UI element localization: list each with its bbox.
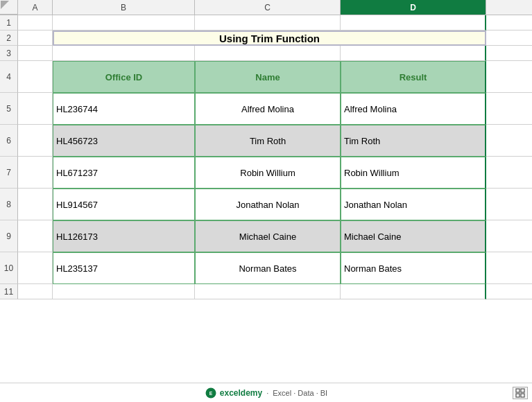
cell-a6[interactable] — [18, 125, 53, 157]
column-headers: A B C D — [0, 0, 532, 15]
row-10: 10 HL235137 Norman Bates Norman Bates — [0, 252, 532, 284]
cell-a4[interactable] — [18, 61, 53, 93]
col-header-b[interactable]: B — [53, 0, 195, 15]
row-num-6: 6 — [0, 125, 18, 157]
cell-e5[interactable] — [486, 93, 532, 125]
spreadsheet: A B C D 1 2 Using Trim Function 3 — [0, 0, 532, 402]
row-num-9: 9 — [0, 220, 18, 252]
cell-a8[interactable] — [18, 189, 53, 220]
cell-e3[interactable] — [486, 46, 532, 61]
row-9: 9 HL126173 Michael Caine Michael Caine — [0, 220, 532, 252]
col-header-e[interactable] — [486, 0, 532, 15]
cell-a5[interactable] — [18, 93, 53, 125]
row-num-2: 2 — [0, 30, 18, 46]
row-num-8: 8 — [0, 189, 18, 220]
row-2: 2 Using Trim Function — [0, 30, 532, 46]
cell-e4[interactable] — [486, 61, 532, 93]
rows-container: 1 2 Using Trim Function 3 4 — [0, 15, 532, 383]
cell-d9[interactable]: Michael Caine — [341, 220, 486, 252]
row-3: 3 — [0, 46, 532, 61]
cell-b5[interactable]: HL236744 — [53, 93, 195, 125]
zoom-control[interactable] — [513, 387, 528, 399]
footer-tagline: · — [266, 389, 268, 397]
row-num-4: 4 — [0, 61, 18, 93]
cell-e9[interactable] — [486, 220, 532, 252]
cell-a11[interactable] — [18, 284, 53, 299]
row-5: 5 HL236744 Alfred Molina Alfred Molina — [0, 93, 532, 125]
cell-d1[interactable] — [341, 15, 486, 30]
cell-a9[interactable] — [18, 220, 53, 252]
cell-d11[interactable] — [341, 284, 486, 299]
row-4: 4 Office ID Name Result — [0, 61, 532, 93]
cell-b11[interactable] — [53, 284, 195, 299]
col-header-a[interactable]: A — [18, 0, 53, 15]
cell-c8[interactable]: Jonathan Nolan — [195, 189, 341, 220]
cell-e2[interactable] — [486, 30, 532, 46]
svg-rect-3 — [516, 389, 520, 392]
row-7: 7 HL671237 Robin Willium Robin Willium — [0, 157, 532, 189]
footer-bar: E exceldemy · Excel · Data · BI — [0, 383, 532, 402]
cell-c5[interactable]: Alfred Molina — [195, 93, 341, 125]
cell-e7[interactable] — [486, 157, 532, 189]
cell-d3[interactable] — [341, 46, 486, 61]
col-header-d[interactable]: D — [341, 0, 486, 15]
cell-b1[interactable] — [53, 15, 195, 30]
cell-e6[interactable] — [486, 125, 532, 157]
cell-a3[interactable] — [18, 46, 53, 61]
cell-c9[interactable]: Michael Caine — [195, 220, 341, 252]
cell-b8[interactable]: HL914567 — [53, 189, 195, 220]
row-num-7: 7 — [0, 157, 18, 189]
cell-c1[interactable] — [195, 15, 341, 30]
cell-b10[interactable]: HL235137 — [53, 252, 195, 284]
header-name: Name — [195, 61, 341, 93]
row-8: 8 HL914567 Jonathan Nolan Jonathan Nolan — [0, 189, 532, 220]
cell-d8[interactable]: Jonathan Nolan — [341, 189, 486, 220]
cell-e11[interactable] — [486, 284, 532, 299]
footer-site-name: exceldemy — [220, 388, 262, 398]
cell-c7[interactable]: Robin Willium — [195, 157, 341, 189]
row-11: 11 — [0, 284, 532, 299]
cell-b9[interactable]: HL126173 — [53, 220, 195, 252]
row-num-5: 5 — [0, 93, 18, 125]
cell-c6[interactable]: Tim Roth — [195, 125, 341, 157]
svg-marker-0 — [1, 1, 9, 9]
cell-b7[interactable]: HL671237 — [53, 157, 195, 189]
footer-tagline-text: Excel · Data · BI — [273, 389, 327, 397]
exceldemy-logo-icon: E — [205, 387, 217, 399]
svg-text:E: E — [209, 391, 213, 396]
cell-a10[interactable] — [18, 252, 53, 284]
cell-e1[interactable] — [486, 15, 532, 30]
cell-a1[interactable] — [18, 15, 53, 30]
cell-e10[interactable] — [486, 252, 532, 284]
cell-c11[interactable] — [195, 284, 341, 299]
header-result: Result — [341, 61, 486, 93]
cell-d6[interactable]: Tim Roth — [341, 125, 486, 157]
header-office-id: Office ID — [53, 61, 195, 93]
row-num-3: 3 — [0, 46, 18, 61]
row-6: 6 HL456723 Tim Roth Tim Roth — [0, 125, 532, 157]
cell-b3[interactable] — [53, 46, 195, 61]
cell-b6[interactable]: HL456723 — [53, 125, 195, 157]
corner-cell — [0, 0, 18, 15]
row-num-11: 11 — [0, 284, 18, 299]
svg-rect-4 — [521, 389, 524, 392]
cell-d10[interactable]: Norman Bates — [341, 252, 486, 284]
cell-d7[interactable]: Robin Willium — [341, 157, 486, 189]
row-num-1: 1 — [0, 15, 18, 30]
zoom-icon[interactable] — [513, 387, 528, 399]
zoom-svg — [515, 388, 525, 398]
cell-c3[interactable] — [195, 46, 341, 61]
svg-rect-5 — [516, 394, 520, 397]
cell-a7[interactable] — [18, 157, 53, 189]
row-1: 1 — [0, 15, 532, 30]
cell-d5[interactable]: Alfred Molina — [341, 93, 486, 125]
footer-logo: E exceldemy — [205, 387, 262, 399]
cell-e8[interactable] — [486, 189, 532, 220]
cell-a2[interactable] — [18, 30, 53, 46]
cell-c10[interactable]: Norman Bates — [195, 252, 341, 284]
title-cell: Using Trim Function — [53, 30, 486, 46]
col-header-c[interactable]: C — [195, 0, 341, 15]
row-num-10: 10 — [0, 252, 18, 284]
svg-rect-6 — [521, 394, 524, 397]
